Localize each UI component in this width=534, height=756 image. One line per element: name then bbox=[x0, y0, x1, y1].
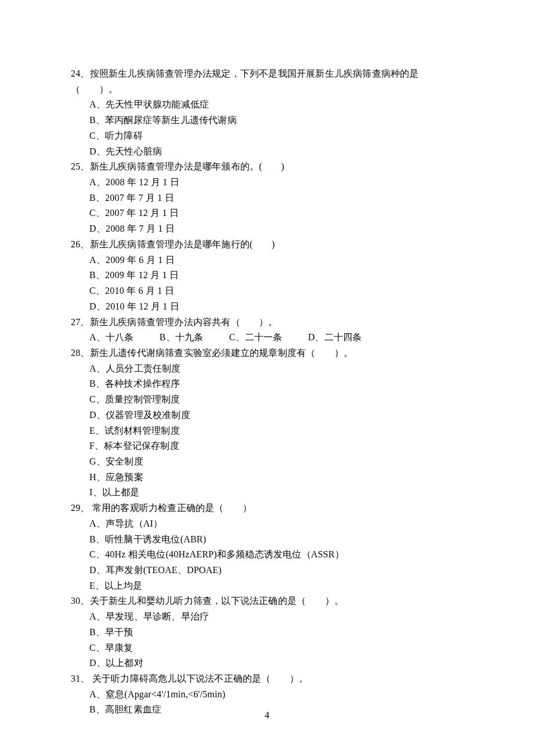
question-option: G、安全制度 bbox=[71, 454, 464, 470]
question-28: 28、新生儿遗传代谢病筛查实验室必须建立的规章制度有（ ）。 A、人员分工责任制… bbox=[71, 345, 464, 501]
question-option: C、2007 年 12 月 1 日 bbox=[71, 206, 464, 221]
question-option: D、仪器管理及校准制度 bbox=[71, 408, 464, 423]
question-option: B、2007 年 7 月 1 日 bbox=[71, 190, 464, 206]
question-option: C、早康复 bbox=[71, 640, 464, 656]
question-stem: 27、新生儿疾病筛查管理办法内容共有（ ）。 bbox=[71, 315, 464, 330]
question-option: B、苯丙酮尿症等新生儿遗传代谢病 bbox=[71, 113, 464, 128]
question-option: B、十九条 bbox=[160, 332, 204, 342]
page-content: 24、按照新生儿疾病筛查管理办法规定，下列不是我国开展新生儿疾病筛查病种的是（ … bbox=[0, 0, 534, 718]
question-option: A、声导抗（AI） bbox=[71, 516, 464, 532]
question-24: 24、按照新生儿疾病筛查管理办法规定，下列不是我国开展新生儿疾病筛查病种的是（ … bbox=[71, 66, 464, 159]
question-option: A、先天性甲状腺功能减低症 bbox=[71, 97, 464, 113]
question-27: 27、新生儿疾病筛查管理办法内容共有（ ）。 A、十八条 B、十九条 C、二十一… bbox=[71, 315, 464, 345]
question-option: A、早发现、早诊断、早治疗 bbox=[71, 609, 464, 625]
question-option: A、人员分工责任制度 bbox=[71, 361, 464, 377]
question-option: B、2009 年 12 月 1 日 bbox=[71, 268, 464, 283]
question-26: 26、新生儿疾病筛查管理办法是哪年施行的( ) A、2009 年 6 月 1 日… bbox=[71, 237, 464, 315]
question-option: E、试剂材料管理制度 bbox=[71, 423, 464, 439]
question-option: D、耳声发射(TEOAE、DPOAE) bbox=[71, 563, 464, 578]
question-option: D、2008 年 7 月 1 日 bbox=[71, 221, 464, 237]
question-option: B、听性脑干诱发电位(ABR) bbox=[71, 532, 464, 548]
question-option: A、2009 年 6 月 1 日 bbox=[71, 253, 464, 268]
question-option: A、窒息(Apgar<4'/1min,<6'/5min) bbox=[71, 687, 464, 703]
question-option: E、以上均是 bbox=[71, 578, 464, 594]
question-option: F、标本登记保存制度 bbox=[71, 438, 464, 454]
question-29: 29、 常用的客观听力检查正确的是（ ） A、声导抗（AI） B、听性脑干诱发电… bbox=[71, 501, 464, 593]
question-30: 30、关于新生儿和婴幼儿听力筛查，以下说法正确的是（ ）。 A、早发现、早诊断、… bbox=[71, 593, 464, 671]
question-option: C、二十一条 bbox=[229, 332, 283, 342]
question-option: D、以上都对 bbox=[71, 656, 464, 671]
page-number: 4 bbox=[0, 708, 534, 723]
question-option: D、先天性心脏病 bbox=[71, 144, 464, 160]
question-stem: 26、新生儿疾病筛查管理办法是哪年施行的( ) bbox=[71, 237, 464, 253]
question-option: I、以上都是 bbox=[71, 485, 464, 501]
question-option: H、应急预案 bbox=[71, 470, 464, 485]
question-stem: 25、新生儿疾病筛查管理办法是哪年颁布的。( ) bbox=[71, 159, 464, 175]
question-stem: 29、 常用的客观听力检查正确的是（ ） bbox=[71, 501, 464, 516]
question-option: C、质量控制管理制度 bbox=[71, 392, 464, 408]
question-option: C、40Hz 相关电位(40HzAERP)和多频稳态诱发电位（ASSR） bbox=[71, 547, 464, 563]
question-option: A、十八条 bbox=[89, 332, 134, 342]
question-option: C、听力障碍 bbox=[71, 128, 464, 144]
question-option: A、2008 年 12 月 1 日 bbox=[71, 175, 464, 190]
question-stem: 30、关于新生儿和婴幼儿听力筛查，以下说法正确的是（ ）。 bbox=[71, 593, 464, 609]
question-stem: 31、 关于听力障碍高危儿以下说法不正确的是（ ）。 bbox=[71, 671, 464, 687]
question-25: 25、新生儿疾病筛查管理办法是哪年颁布的。( ) A、2008 年 12 月 1… bbox=[71, 159, 464, 237]
question-stem: 24、按照新生儿疾病筛查管理办法规定，下列不是我国开展新生儿疾病筛查病种的是（ … bbox=[71, 66, 464, 97]
question-option: D、二十四条 bbox=[308, 332, 362, 342]
question-option: D、2010 年 12 月 1 日 bbox=[71, 299, 464, 315]
question-option: B、早干预 bbox=[71, 625, 464, 640]
question-stem: 28、新生儿遗传代谢病筛查实验室必须建立的规章制度有（ ）。 bbox=[71, 345, 464, 361]
question-option: B、各种技术操作程序 bbox=[71, 376, 464, 392]
question-options-row: A、十八条 B、十九条 C、二十一条 D、二十四条 bbox=[71, 330, 464, 345]
question-option: C、2010 年 6 月 1 日 bbox=[71, 283, 464, 299]
